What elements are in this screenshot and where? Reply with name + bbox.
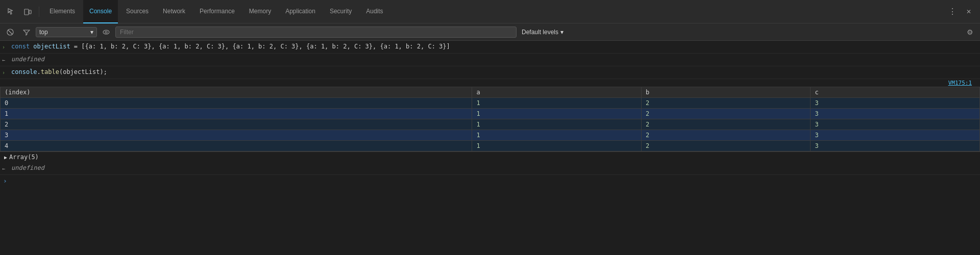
settings-button[interactable]: ⚙ [963,25,977,39]
top-toolbar: Elements Console Sources Network Perform… [0,0,980,23]
more-vert-icon: ⋮ [948,7,957,16]
table-cell-index: 3 [1,130,472,141]
table-header-row: (index) a b c [1,87,980,98]
more-options-button[interactable]: ⋮ [945,5,960,19]
code-content-1: const objectList = [{a: 1, b: 2, C: 3}, … [11,42,450,51]
table-cell-c: 3 [811,130,980,141]
close-button[interactable]: ✕ [962,5,976,19]
code-content-2: console.table(objectList); [11,67,107,76]
levels-chevron-icon: ▾ [560,29,564,36]
context-selector[interactable]: top ▾ [36,27,97,37]
vm-link-row: VM175:1 [0,79,980,87]
table-header-c: c [811,87,980,98]
table-cell-b: 2 [641,141,811,151]
return-arrow-2: ← [2,163,8,173]
tab-memory[interactable]: Memory [243,0,277,23]
prompt-line[interactable]: › [0,175,980,186]
console-output: › const objectList = [{a: 1, b: 2, C: 3}… [0,41,980,255]
table-cell-c: 3 [811,98,980,109]
table-row: 2123 [1,119,980,130]
table-cell-index: 2 [1,119,472,130]
tab-audits[interactable]: Audits [360,0,389,23]
log-levels-button[interactable]: Default levels ▾ [519,28,567,37]
table-cell-c: 3 [811,109,980,119]
clear-console-button[interactable] [3,25,17,39]
prompt-symbol: › [3,177,7,185]
input-arrow-1: › [2,42,8,52]
array-expand[interactable]: ▶ Array(5) [0,151,980,162]
table-cell-a: 1 [472,109,642,119]
console-line-2: ← undefined [0,54,980,66]
table-cell-c: 3 [811,119,980,130]
table-cell-c: 3 [811,141,980,151]
table-cell-a: 1 [472,119,642,130]
tab-sources[interactable]: Sources [120,0,155,23]
second-toolbar: top ▾ Default levels ▾ ⚙ [0,23,980,41]
close-icon: ✕ [966,8,971,15]
array-label: Array(5) [9,154,39,161]
return-arrow-1: ← [2,55,8,65]
svg-rect-1 [29,10,31,14]
expand-arrow-icon: ▶ [4,155,7,160]
filter-toggle-button[interactable] [19,25,34,39]
svg-point-4 [103,30,109,34]
tab-console[interactable]: Console [83,0,118,23]
table-row: 4123 [1,141,980,151]
table-cell-b: 2 [641,119,811,130]
console-line-1: › const objectList = [{a: 1, b: 2, C: 3}… [0,41,980,54]
device-toggle-button[interactable] [20,5,35,19]
svg-line-3 [8,30,12,34]
table-cell-a: 1 [472,130,642,141]
table-row: 3123 [1,130,980,141]
eye-button[interactable] [99,25,113,39]
tab-elements[interactable]: Elements [43,0,81,23]
tab-performance[interactable]: Performance [193,0,241,23]
table-cell-a: 1 [472,141,642,151]
tab-security[interactable]: Security [324,0,358,23]
table-header-index: (index) [1,87,472,98]
console-table: (index) a b c 01231123212331234123 [0,87,980,151]
return-value-2: undefined [11,163,44,172]
table-cell-a: 1 [472,98,642,109]
console-line-4: ← undefined [0,162,980,175]
return-value-1: undefined [11,55,44,64]
gear-icon: ⚙ [967,28,973,36]
table-header-b: b [641,87,811,98]
inspect-element-button[interactable] [4,5,18,19]
table-cell-index: 4 [1,141,472,151]
tab-network[interactable]: Network [157,0,191,23]
table-cell-index: 1 [1,109,472,119]
table-row: 0123 [1,98,980,109]
tab-application[interactable]: Application [279,0,322,23]
context-chevron-icon: ▾ [90,29,93,36]
table-header-a: a [472,87,642,98]
toolbar-divider-1 [39,7,39,17]
table-cell-b: 2 [641,98,811,109]
table-row: 1123 [1,109,980,119]
input-arrow-2: › [2,67,8,78]
svg-rect-0 [24,9,29,15]
filter-input[interactable] [115,27,517,38]
vm-source-link[interactable]: VM175:1 [948,80,976,86]
console-line-3: › console.table(objectList); [0,66,980,79]
table-cell-index: 0 [1,98,472,109]
svg-point-5 [105,31,107,33]
table-cell-b: 2 [641,109,811,119]
table-cell-b: 2 [641,130,811,141]
